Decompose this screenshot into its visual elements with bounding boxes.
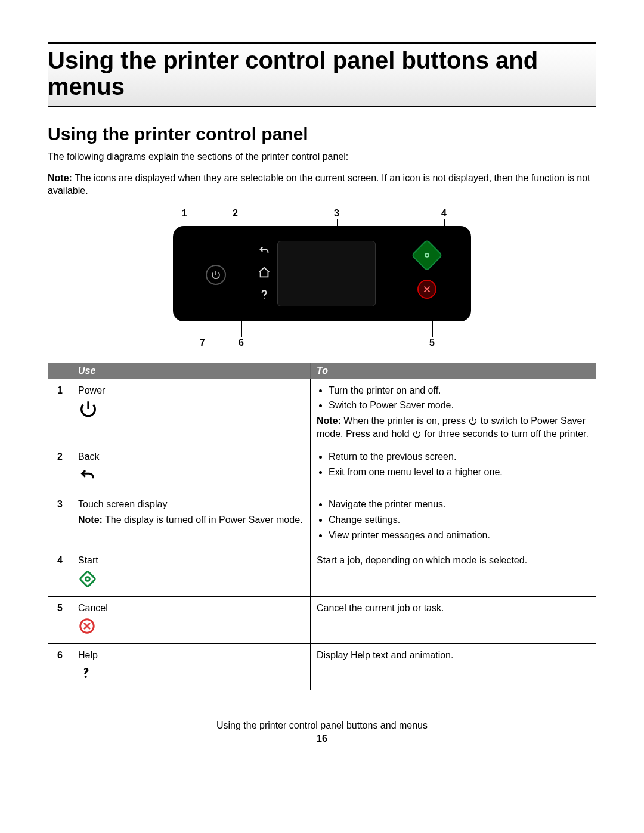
- power-icon: [206, 265, 226, 285]
- display-note: Note: The display is turned off in Power…: [78, 513, 304, 527]
- icon-availability-note: Note: The icons are displayed when they …: [48, 172, 596, 197]
- row-use-label: Cancel: [78, 602, 304, 615]
- cancel-icon: [417, 280, 436, 299]
- row-use: Touch screen display Note: The display i…: [72, 493, 311, 549]
- control-panel-diagram: 1 2 3 4 7 6 5: [48, 208, 596, 351]
- table-row: 5 Cancel Cancel the current job or task.: [48, 597, 596, 643]
- page-number: 16: [48, 733, 596, 744]
- table-row: 2 Back Return to the previous screen. Ex…: [48, 445, 596, 493]
- touch-screen: [277, 241, 376, 306]
- row-use-label: Back: [78, 450, 304, 463]
- list-item: Switch to Power Saver mode.: [329, 399, 590, 412]
- intro-text: The following diagrams explain the secti…: [48, 150, 596, 163]
- callout-1: 1: [182, 208, 187, 219]
- row-num: 5: [48, 597, 72, 643]
- page-footer: Using the printer control panel buttons …: [48, 720, 596, 744]
- col-head-use: Use: [72, 363, 311, 379]
- row-to: Return to the previous screen. Exit from…: [311, 445, 596, 493]
- svg-point-1: [425, 253, 429, 257]
- power-icon: [412, 429, 422, 439]
- callout-3: 3: [334, 208, 339, 219]
- start-icon: [78, 569, 97, 589]
- row-to: Turn the printer on and off. Switch to P…: [311, 379, 596, 445]
- note-text: The display is turned off in Power Saver…: [103, 515, 303, 525]
- list-item: Return to the previous screen.: [329, 450, 590, 463]
- note-text-c: for three seconds to turn off the printe…: [422, 429, 589, 439]
- list-item: Change settings.: [329, 513, 590, 527]
- printer-panel: [173, 226, 471, 321]
- section-title: Using the printer control panel: [48, 124, 596, 144]
- note-label: Note:: [48, 173, 72, 183]
- power-icon: [78, 399, 98, 419]
- cancel-icon: [78, 617, 96, 635]
- help-icon: [256, 287, 272, 302]
- row-to: Navigate the printer menus. Change setti…: [311, 493, 596, 549]
- footer-title: Using the printer control panel buttons …: [48, 720, 596, 731]
- list-item: Exit from one menu level to a higher one…: [329, 466, 590, 479]
- svg-point-3: [86, 577, 90, 581]
- row-to: Cancel the current job or task.: [311, 597, 596, 643]
- note-label: Note:: [317, 416, 341, 426]
- row-use-label: Start: [78, 554, 304, 567]
- row-use: Power: [72, 379, 311, 445]
- callout-5: 5: [429, 337, 435, 348]
- callout-6: 6: [239, 337, 244, 348]
- help-icon: [78, 664, 94, 682]
- list-item: View printer messages and animation.: [329, 529, 590, 542]
- start-icon: [411, 239, 443, 271]
- home-icon: [256, 265, 272, 280]
- back-icon: [256, 243, 272, 258]
- table-row: 1 Power Turn the printer on and off. Swi…: [48, 379, 596, 445]
- svg-rect-2: [80, 571, 95, 587]
- svg-point-5: [85, 676, 87, 678]
- row-num: 1: [48, 379, 72, 445]
- table-row: 3 Touch screen display Note: The display…: [48, 493, 596, 549]
- row-use: Back: [72, 445, 311, 493]
- note-text-a: When the printer is on, press: [341, 416, 468, 426]
- row-use-label: Touch screen display: [78, 498, 304, 511]
- callout-4: 4: [441, 208, 447, 219]
- row-use: Start: [72, 549, 311, 597]
- row-use: Cancel: [72, 597, 311, 643]
- table-row: 6 Help Display Help text and animation.: [48, 643, 596, 690]
- row-to: Start a job, depending on which mode is …: [311, 549, 596, 597]
- table-row: 4 Start Start a job, depending on which …: [48, 549, 596, 597]
- row-num: 4: [48, 549, 72, 597]
- row-num: 2: [48, 445, 72, 493]
- control-panel-table: Use To 1 Power Turn the printer on and o…: [48, 363, 596, 690]
- list-item: Turn the printer on and off.: [329, 384, 590, 397]
- power-icon: [468, 416, 478, 426]
- row-use: Help: [72, 643, 311, 690]
- list-item: Navigate the printer menus.: [329, 498, 590, 511]
- back-icon: [78, 466, 97, 485]
- note-body: The icons are displayed when they are se…: [48, 173, 590, 196]
- row-use-label: Power: [78, 384, 304, 397]
- col-head-to: To: [311, 363, 596, 379]
- note-label: Note:: [78, 515, 103, 525]
- row-to: Display Help text and animation.: [311, 643, 596, 690]
- row-num: 3: [48, 493, 72, 549]
- power-note: Note: When the printer is on, press to s…: [317, 414, 590, 440]
- svg-point-0: [264, 298, 265, 299]
- row-num: 6: [48, 643, 72, 690]
- callout-2: 2: [233, 208, 238, 219]
- row-use-label: Help: [78, 649, 304, 662]
- chapter-title: Using the printer control panel buttons …: [48, 42, 596, 107]
- col-head-num: [48, 363, 72, 379]
- callout-7: 7: [200, 337, 205, 348]
